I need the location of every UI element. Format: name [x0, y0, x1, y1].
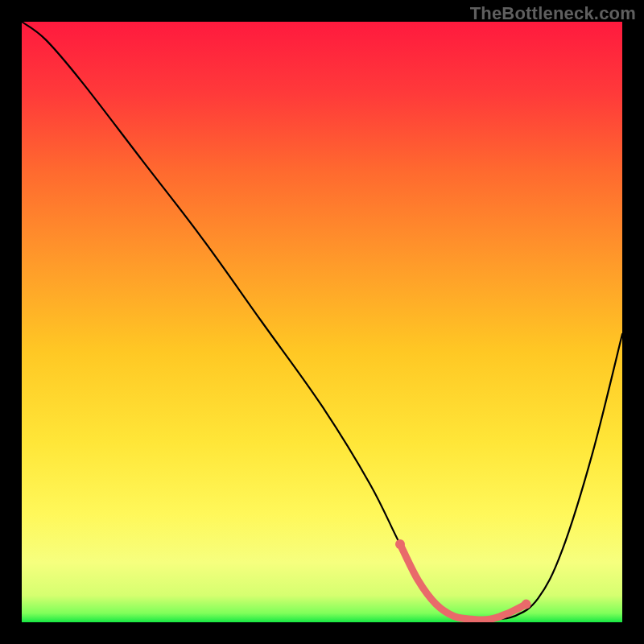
plot-area	[22, 22, 622, 622]
watermark-text: TheBottleneck.com	[470, 3, 636, 24]
sweet-spot-end-dot	[522, 600, 531, 609]
plot-svg	[22, 22, 622, 622]
sweet-spot-start-dot	[395, 539, 405, 549]
gradient-background	[22, 22, 622, 622]
chart-frame: TheBottleneck.com	[0, 0, 644, 644]
